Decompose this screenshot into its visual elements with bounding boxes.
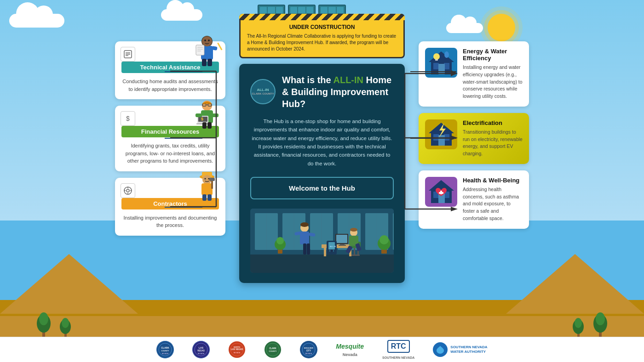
svg-point-4 [39, 312, 48, 325]
footer-logo-henderson: CLARK COUNTY [264, 341, 282, 358]
hub-main-card: ALL-IN CLARK COUNTY What is the ALL-IN H… [239, 64, 405, 283]
svg-text:CITY: CITY [306, 350, 311, 352]
svg-point-96 [350, 228, 357, 232]
rtc-subtitle: SOUTHERN NEVADA [382, 356, 414, 359]
mesquite-nevada-text: Nevada [343, 352, 357, 357]
svg-text:LAS VEGAS: LAS VEGAS [231, 348, 243, 351]
uc-title: UNDER CONSTRUCTION [247, 23, 397, 31]
tree-right-2 [573, 313, 584, 338]
svg-text:BOULDER: BOULDER [304, 347, 313, 349]
snwa-label2: WATER AUTHORITY [450, 350, 487, 354]
hub-title-prefix: What is the [282, 75, 333, 85]
rtc-text: RTC [391, 342, 406, 350]
svg-rect-80 [339, 245, 346, 246]
svg-text:NEVADA: NEVADA [305, 353, 312, 355]
svg-text:ALL-IN: ALL-IN [330, 245, 336, 248]
main-layout: Technical Assistance Conducting home aud… [0, 14, 644, 283]
svg-point-23 [208, 40, 210, 41]
energy-card-title: Energy & Water Efficiency [463, 48, 523, 62]
hub-title-allin: ALL-IN [333, 75, 363, 85]
energy-card-text: Installing energy and water efficiency u… [463, 64, 523, 100]
svg-point-99 [380, 235, 389, 244]
card-icon-contractors [121, 183, 135, 198]
uc-text: The All-In Regional Climate Collaborativ… [247, 33, 397, 52]
svg-text:COUNTY: COUNTY [269, 350, 277, 352]
card-icon-financial: $ [121, 111, 135, 126]
electrification-card-text: Transitioning buildings to run on electr… [463, 129, 523, 158]
svg-point-13 [575, 318, 582, 328]
las-vegas-seal: LAS VEGAS NEVADA [192, 341, 210, 358]
svg-rect-78 [336, 235, 347, 243]
arrows-left [156, 46, 221, 239]
boulder-city-seal: BOULDER CITY NEVADA [300, 341, 317, 358]
rtc-logo: RTC [387, 340, 410, 353]
tree-left-2 [60, 313, 71, 338]
svg-point-91 [300, 222, 309, 227]
under-construction-banner: UNDER CONSTRUCTION The All-In Regional C… [239, 14, 405, 58]
svg-rect-75 [324, 248, 326, 256]
svg-marker-132 [451, 207, 458, 211]
energy-card-body: Energy & Water Efficiency Installing ene… [463, 48, 523, 100]
svg-marker-130 [451, 136, 458, 140]
footer-bar: CLARK COUNTY NEVADA LAS VEGAS NEVADA NOR… [0, 337, 644, 362]
hub-header: ALL-IN CLARK COUNTY What is the ALL-IN H… [250, 74, 394, 110]
snwa-label: SOUTHERN NEVADA [450, 345, 487, 350]
svg-rect-86 [300, 232, 309, 244]
svg-point-10 [596, 312, 605, 325]
all-in-logo: ALL-IN CLARK COUNTY [250, 79, 276, 104]
arrows-right [400, 46, 465, 239]
svg-text:CLARK: CLARK [161, 346, 170, 349]
snwa-text: SOUTHERN NEVADA WATER AUTHORITY [450, 345, 487, 354]
svg-text:NEVADA: NEVADA [198, 353, 205, 355]
footer-logo-boulder-city: BOULDER CITY NEVADA [300, 341, 317, 358]
center-panel: UNDER CONSTRUCTION The All-In Regional C… [239, 14, 405, 283]
svg-text:CLARK: CLARK [269, 347, 276, 350]
svg-point-7 [62, 318, 69, 328]
footer-logo-las-vegas: LAS VEGAS NEVADA [192, 341, 210, 358]
svg-text:LAS: LAS [199, 346, 204, 349]
henderson-seal: CLARK COUNTY [264, 341, 282, 358]
footer-logo-clark-county: CLARK COUNTY NEVADA [156, 341, 174, 358]
health-card-title: Health & Well-Being [463, 177, 523, 184]
svg-rect-68 [393, 213, 394, 250]
tree-left-1 [37, 306, 51, 338]
footer-logo-north-las-vegas: NORTH LAS VEGAS NEVADA [228, 341, 246, 358]
svg-rect-87 [303, 243, 306, 255]
footer-logo-rtc: RTC SOUTHERN NEVADA [382, 340, 414, 359]
north-las-vegas-seal: NORTH LAS VEGAS NEVADA [228, 341, 246, 358]
card-icon-technical [121, 47, 135, 62]
svg-rect-61 [250, 255, 394, 273]
svg-rect-88 [307, 243, 310, 255]
mesquite-text: Mesquite [336, 343, 364, 350]
hub-title: What is the ALL-IN Home & Building Impro… [282, 74, 394, 110]
svg-marker-128 [451, 71, 458, 76]
hub-description: The Hub is a one-stop shop for home and … [250, 117, 394, 168]
svg-text:NEVADA: NEVADA [162, 353, 169, 355]
svg-point-56 [126, 189, 129, 192]
svg-text:NEVADA: NEVADA [234, 352, 241, 354]
hub-illustration: ALL-IN [250, 209, 394, 273]
svg-text:COUNTY: COUNTY [161, 350, 169, 352]
svg-rect-84 [351, 255, 360, 256]
footer-logo-snwa: SOUTHERN NEVADA WATER AUTHORITY [433, 342, 487, 357]
health-card-body: Health & Well-Being Addressing health co… [463, 177, 523, 222]
electrification-card-body: Electrification Transitioning buildings … [463, 119, 523, 158]
clark-county-seal: CLARK COUNTY NEVADA [156, 341, 174, 358]
electrification-card-title: Electrification [463, 119, 523, 126]
svg-point-106 [330, 249, 333, 252]
svg-point-153 [264, 341, 281, 358]
uc-stripes [239, 14, 405, 20]
svg-point-22 [204, 40, 206, 41]
svg-point-102 [276, 237, 284, 244]
svg-text:VEGAS: VEGAS [197, 350, 205, 352]
svg-rect-82 [354, 248, 355, 255]
tree-right-1 [593, 306, 607, 338]
health-card-text: Addressing health concerns, such as asth… [463, 186, 523, 222]
snwa-icon [433, 342, 448, 357]
footer-logo-mesquite: Mesquite Nevada [336, 343, 364, 357]
welcome-to-hub-button[interactable]: Welcome to the Hub [250, 177, 394, 199]
